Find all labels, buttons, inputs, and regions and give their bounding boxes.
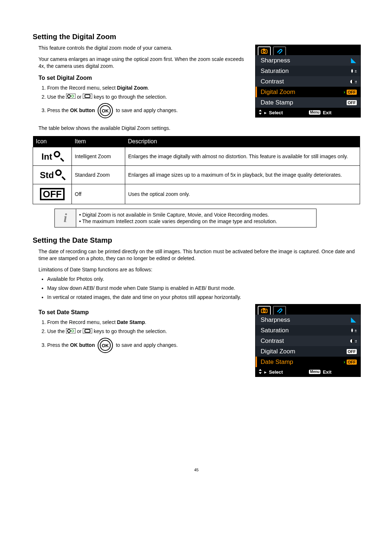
paragraph: The date of recording can be printed dir… bbox=[38, 248, 360, 262]
table-row: Int Intelligent Zoom Enlarges the image … bbox=[33, 147, 360, 166]
svg-point-25 bbox=[263, 310, 265, 312]
table-row: Std Standard Zoom Enlarges all image siz… bbox=[33, 166, 360, 184]
step: Use the or keys to go through the select… bbox=[47, 93, 248, 102]
camera-tab-icon bbox=[258, 46, 271, 55]
wrench-tab-icon bbox=[273, 46, 286, 55]
camera-tab-icon bbox=[258, 306, 271, 315]
page-number: 45 bbox=[33, 468, 360, 472]
heading-digital-zoom: Setting the Digital Zoom bbox=[33, 33, 360, 41]
list-item: Available for Photos only. bbox=[47, 275, 360, 284]
camera-menu-screenshot: Sharpness Saturation± Contrast± Digital … bbox=[255, 45, 361, 118]
svg-rect-20 bbox=[85, 329, 90, 332]
updown-icon bbox=[258, 110, 262, 116]
info-icon: i bbox=[55, 209, 76, 227]
magnify-icon bbox=[52, 151, 63, 162]
contrast-icon: ± bbox=[350, 339, 357, 343]
ok-button-icon: OK bbox=[97, 102, 114, 119]
saturation-icon: ± bbox=[350, 328, 357, 333]
contrast-icon: ± bbox=[350, 79, 357, 84]
svg-text:OK: OK bbox=[102, 343, 109, 348]
svg-text:±: ± bbox=[355, 79, 357, 84]
svg-rect-11 bbox=[263, 49, 265, 50]
digital-zoom-table: Icon Item Description Int Intelligent Zo… bbox=[33, 136, 360, 204]
step: Press the OK button OK to save and apply… bbox=[47, 336, 248, 354]
macro-key-icon bbox=[66, 93, 75, 101]
right-arrow-icon: ▸ bbox=[264, 110, 267, 115]
svg-point-10 bbox=[263, 50, 265, 53]
macro-key-icon bbox=[66, 328, 75, 336]
svg-rect-5 bbox=[85, 95, 90, 98]
svg-point-18 bbox=[72, 330, 74, 332]
sharpness-icon bbox=[351, 317, 357, 323]
paragraph: The table below shows the available Digi… bbox=[38, 125, 360, 132]
info-note: i • Digital Zoom is not available in Smi… bbox=[54, 209, 317, 227]
step: Press the OK button OK to save and apply… bbox=[47, 102, 248, 120]
svg-point-1 bbox=[68, 95, 70, 98]
saturation-icon: ± bbox=[350, 69, 357, 73]
display-key-icon bbox=[83, 93, 92, 101]
step: Use the or keys to go through the select… bbox=[47, 327, 248, 336]
camera-menu-screenshot: Sharpness Saturation± Contrast± Digital … bbox=[255, 304, 361, 377]
svg-text:OK: OK bbox=[102, 108, 109, 114]
arrow-right-icon: › bbox=[344, 359, 345, 365]
svg-text:±: ± bbox=[355, 328, 357, 333]
svg-text:±: ± bbox=[355, 69, 357, 73]
table-row: OFF Off Uses the optical zoom only. bbox=[33, 184, 360, 204]
sharpness-icon bbox=[351, 58, 357, 63]
svg-point-16 bbox=[68, 329, 70, 332]
svg-point-3 bbox=[72, 95, 74, 97]
wrench-tab-icon bbox=[273, 306, 286, 315]
step: From the Record menu, select Date Stamp. bbox=[47, 318, 248, 327]
off-icon: OFF bbox=[40, 188, 65, 200]
updown-icon bbox=[258, 369, 262, 375]
right-arrow-icon: ▸ bbox=[264, 369, 267, 375]
ok-button-icon: OK bbox=[97, 337, 114, 354]
heading-date-stamp: Setting the Date Stamp bbox=[33, 236, 360, 245]
arrow-right-icon: › bbox=[344, 89, 345, 95]
display-key-icon bbox=[83, 328, 92, 336]
svg-text:±: ± bbox=[355, 339, 357, 343]
subheading: To set Digital Zoom bbox=[38, 75, 248, 81]
paragraph: Your camera enlarges an image using the … bbox=[38, 56, 248, 70]
paragraph: Limitations of Date Stamp functions are … bbox=[38, 266, 360, 273]
magnify-icon bbox=[54, 169, 65, 180]
subheading: To set Date Stamp bbox=[38, 309, 248, 316]
svg-rect-26 bbox=[263, 308, 265, 309]
list-item: In vertical or rotated images, the date … bbox=[47, 293, 360, 302]
paragraph: This feature controls the digital zoom m… bbox=[38, 45, 248, 52]
step: From the Record menu, select Digital Zoo… bbox=[47, 83, 248, 93]
list-item: May slow down AEB/ Burst mode when Date … bbox=[47, 284, 360, 293]
